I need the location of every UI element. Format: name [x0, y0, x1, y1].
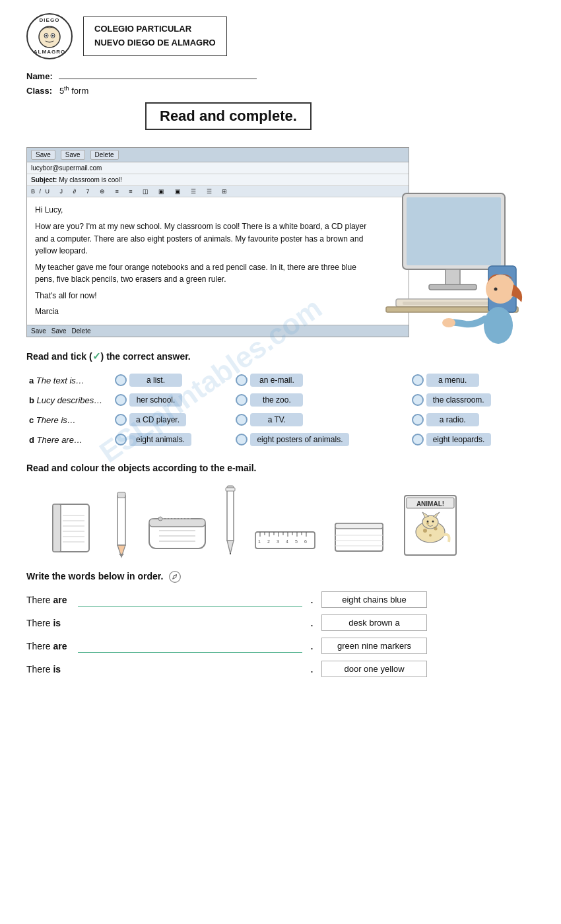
pen-object	[220, 482, 240, 558]
radio-circle[interactable]	[412, 394, 424, 406]
email-body-line5: pens, five black pencils, two erasers an…	[35, 273, 401, 286]
option-text: a list.	[129, 374, 182, 387]
quiz-option-a-2[interactable]: a menu.	[409, 370, 535, 390]
quiz-option-a-0[interactable]: a list.	[112, 370, 233, 390]
radio-circle[interactable]	[236, 394, 248, 406]
option-text: her school.	[129, 393, 182, 407]
svg-marker-27	[119, 554, 124, 557]
school-logo: DIEGO ALMAGRO	[26, 13, 73, 59]
svg-rect-10	[403, 302, 502, 305]
eraser-object	[330, 515, 389, 558]
svg-text:6: 6	[304, 539, 307, 544]
footer-delete[interactable]: Delete	[72, 327, 91, 335]
email-footer: Save Save Delete	[27, 325, 409, 337]
school-info-box: COLEGIO PARTICULAR NUEVO DIEGO DE ALMAGR…	[83, 16, 227, 56]
svg-rect-41	[226, 488, 235, 491]
write-row: There is . door one yellow	[26, 661, 535, 677]
toolbar-save1[interactable]: Save	[31, 150, 55, 160]
word-box: desk brown a	[321, 614, 427, 631]
write-row: There is . desk brown a	[26, 614, 535, 631]
pencilcase-object	[146, 506, 209, 558]
quiz-option-b-0[interactable]: her school.	[112, 390, 233, 410]
quiz-option-b-2[interactable]: the classroom.	[409, 390, 535, 410]
quiz-option-b-1[interactable]: the zoo.	[233, 390, 409, 410]
quiz-label-b: b Lucy describes…	[26, 390, 112, 410]
write-row: There are . green nine markers	[26, 638, 535, 654]
quiz-option-c-1[interactable]: a TV.	[233, 410, 409, 430]
radio-circle[interactable]	[236, 434, 248, 446]
quiz-option-c-2[interactable]: a radio.	[409, 410, 535, 430]
write-line[interactable]	[78, 640, 302, 653]
svg-text:2: 2	[267, 539, 270, 544]
quiz-row: a The text is… a list. an e-mail.	[26, 370, 535, 390]
quiz-section: ESLprintables.com Read and tick (✓) the …	[26, 350, 535, 449]
ruler-object: 1 2 3 4 5 6	[252, 522, 318, 558]
svg-text:1: 1	[258, 539, 261, 544]
svg-text:5: 5	[295, 539, 298, 544]
option-text: a TV.	[250, 413, 303, 426]
quiz-row: d There are… eight animals. eight poster…	[26, 430, 535, 449]
email-signature: Marcia	[35, 306, 401, 318]
svg-rect-61	[335, 523, 383, 529]
email-body-line1: How are you? I'm at my new school. My cl…	[35, 220, 401, 233]
form-fields: Name: Class: 5th form	[26, 71, 535, 96]
quiz-label-a: a The text is…	[26, 370, 112, 390]
radio-circle[interactable]	[115, 414, 127, 426]
option-text: a radio.	[426, 413, 479, 426]
option-text: a CD player.	[129, 413, 186, 426]
svg-rect-18	[53, 504, 61, 552]
class-field: Class: 5th form	[26, 85, 535, 96]
animal-poster-object: ANIMAL!	[401, 492, 459, 558]
school-line1: COLEGIO PARTICULAR	[94, 22, 216, 36]
quiz-option-d-2[interactable]: eight leopards.	[409, 430, 535, 449]
there-text: There is	[26, 664, 73, 675]
radio-circle[interactable]	[236, 374, 248, 386]
svg-point-71	[434, 527, 438, 531]
main-title-box: Read and complete.	[145, 102, 312, 130]
toolbar-delete[interactable]: Delete	[90, 150, 119, 160]
svg-rect-7	[446, 269, 460, 286]
svg-marker-38	[227, 541, 234, 554]
word-box: door one yellow	[321, 661, 427, 677]
option-text: an e-mail.	[250, 374, 303, 387]
quiz-label-d: d There are…	[26, 430, 112, 449]
quiz-option-d-1[interactable]: eight posters of animals.	[233, 430, 409, 449]
svg-point-16	[442, 318, 455, 327]
option-text: the classroom.	[426, 393, 491, 407]
quiz-option-c-0[interactable]: a CD player.	[112, 410, 233, 430]
radio-circle[interactable]	[115, 394, 127, 406]
footer-save2[interactable]: Save	[51, 327, 67, 335]
school-line2: NUEVO DIEGO DE ALMAGRO	[94, 36, 216, 50]
radio-circle[interactable]	[412, 374, 424, 386]
quiz-label-c: c There is…	[26, 410, 112, 430]
there-text: There are	[26, 641, 73, 651]
option-text: eight animals.	[129, 433, 191, 446]
write-space	[78, 616, 302, 630]
svg-point-4	[51, 35, 53, 37]
svg-text:3: 3	[277, 539, 279, 544]
word-box: eight chains blue	[321, 591, 427, 608]
radio-circle[interactable]	[115, 434, 127, 446]
email-greeting: Hi Lucy,	[35, 204, 401, 216]
write-line[interactable]	[78, 593, 302, 607]
write-row: There are . eight chains blue	[26, 591, 535, 608]
radio-circle[interactable]	[412, 434, 424, 446]
quiz-option-a-1[interactable]: an e-mail.	[233, 370, 409, 390]
email-toolbar: Save Save Delete	[27, 148, 409, 162]
radio-circle[interactable]	[412, 414, 424, 426]
write-section: Write the words below in order. There ar…	[26, 570, 535, 677]
colour-instruction: Read and colour the objects according to…	[26, 463, 535, 473]
toolbar-save2[interactable]: Save	[61, 150, 85, 160]
svg-text:4: 4	[286, 539, 288, 544]
radio-circle[interactable]	[115, 374, 127, 386]
there-text: There is	[26, 618, 73, 628]
svg-point-36	[158, 517, 162, 521]
pencil-icon	[168, 570, 182, 583]
email-section: Save Save Delete lucybor@supermail.com S…	[26, 147, 535, 337]
word-box: green nine markers	[321, 638, 427, 654]
radio-circle[interactable]	[236, 414, 248, 426]
footer-save1[interactable]: Save	[31, 327, 46, 335]
quiz-option-d-0[interactable]: eight animals.	[112, 430, 233, 449]
objects-row: 1 2 3 4 5 6 ANIMAL!	[46, 482, 535, 558]
svg-point-13	[484, 307, 513, 344]
